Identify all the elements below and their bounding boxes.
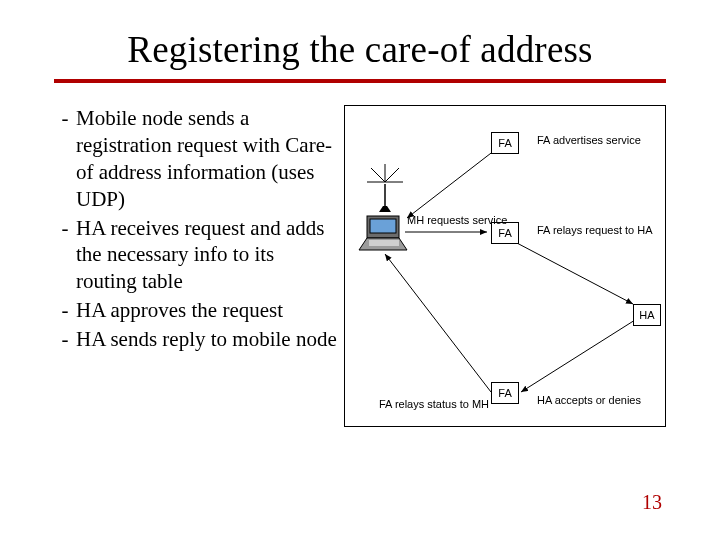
svg-line-4 — [385, 254, 491, 392]
svg-rect-12 — [370, 219, 396, 233]
relay-request-label: FA relays request to HA — [537, 224, 653, 236]
slide-title: Registering the care-of address — [54, 28, 666, 71]
diagram-lines — [345, 106, 667, 428]
fa-box-1: FA — [491, 132, 519, 154]
accept-deny-label: HA accepts or denies — [537, 394, 641, 406]
svg-line-7 — [385, 168, 399, 182]
bullet-text: HA sends reply to mobile node — [76, 326, 338, 353]
bullet-text: Mobile node sends a registration request… — [76, 105, 338, 213]
network-diagram: FA FA FA HA FA advertises service MH req… — [344, 105, 666, 427]
fa-box-3: FA — [491, 382, 519, 404]
list-item: -Mobile node sends a registration reques… — [54, 105, 338, 213]
laptop-icon — [359, 216, 407, 250]
bullet-dash: - — [54, 326, 76, 353]
bullet-list: -Mobile node sends a registration reques… — [54, 105, 338, 427]
list-item: -HA sends reply to mobile node — [54, 326, 338, 353]
page-number: 13 — [642, 491, 662, 514]
fa-label: FA — [498, 137, 511, 149]
fa-label: FA — [498, 387, 511, 399]
advert-label: FA advertises service — [537, 134, 641, 146]
bullet-dash: - — [54, 215, 76, 242]
bullet-text: HA approves the request — [76, 297, 338, 324]
svg-line-0 — [407, 150, 495, 218]
list-item: -HA receives request and adds the necess… — [54, 215, 338, 296]
relay-status-label: FA relays status to MH — [379, 398, 489, 410]
list-item: -HA approves the request — [54, 297, 338, 324]
bullet-dash: - — [54, 105, 76, 132]
slide: Registering the care-of address -Mobile … — [0, 0, 720, 540]
mh-request-label: MH requests service — [407, 214, 507, 226]
fa-label: FA — [498, 227, 511, 239]
bullet-text: HA receives request and adds the necessa… — [76, 215, 338, 296]
svg-line-5 — [371, 168, 385, 182]
title-underline — [54, 79, 666, 83]
svg-line-2 — [515, 242, 633, 304]
ha-label: HA — [639, 309, 654, 321]
bullet-dash: - — [54, 297, 76, 324]
slide-body: -Mobile node sends a registration reques… — [54, 105, 666, 427]
svg-line-3 — [521, 320, 635, 392]
ha-box: HA — [633, 304, 661, 326]
svg-rect-13 — [369, 240, 399, 246]
